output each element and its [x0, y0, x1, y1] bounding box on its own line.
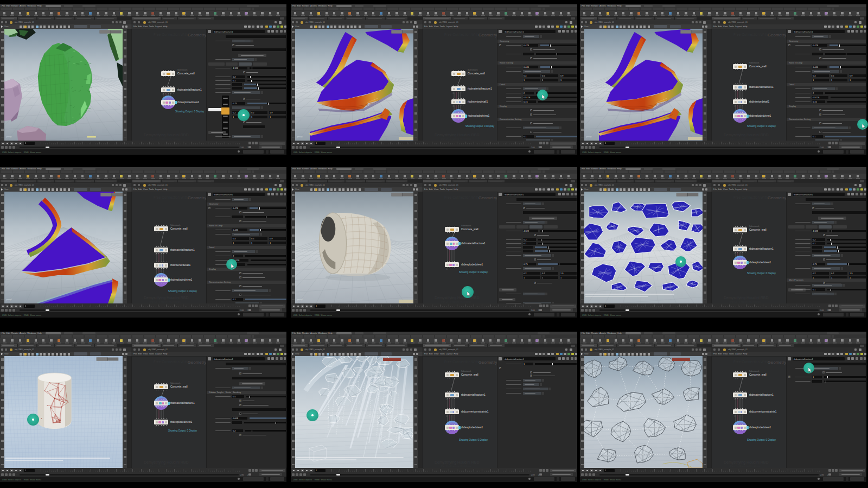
svg-text:persp1: persp1 — [586, 136, 592, 138]
svg-text:persp1: persp1 — [297, 136, 303, 138]
svg-text:persp1: persp1 — [7, 299, 12, 301]
svg-text:persp1: persp1 — [7, 136, 12, 138]
svg-text:persp1: persp1 — [297, 299, 303, 301]
